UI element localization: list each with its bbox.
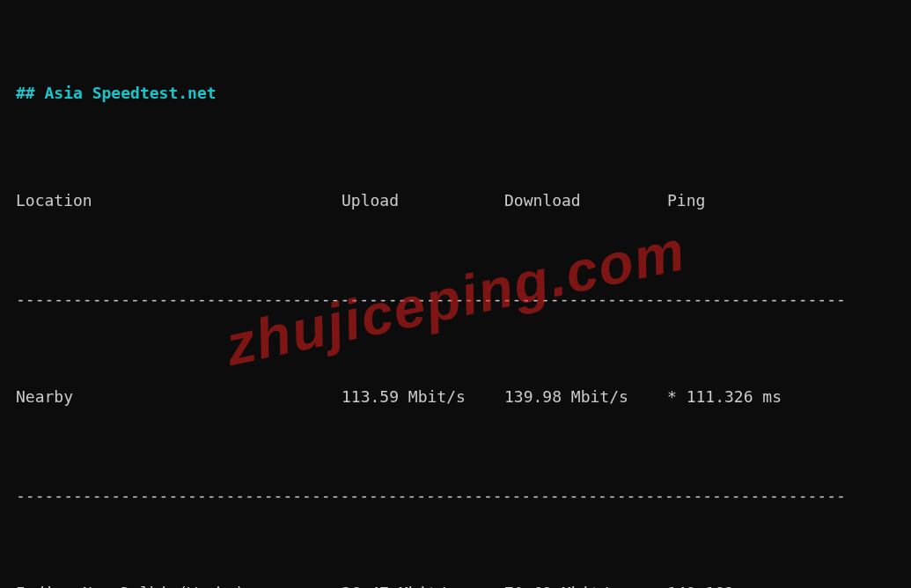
cell-download: 70.69 Mbit/s [504,581,667,588]
header-row: Location Upload Download Ping [16,188,895,213]
title-prefix: ## [16,84,45,102]
cell-ping: 149.182 ms [667,581,895,588]
header-ping: Ping [667,188,895,213]
terminal-output: ## Asia Speedtest.net Location Upload Do… [0,0,911,588]
results-table: India, New Delhi (Weebo)26.47 Mbit/s70.6… [16,581,895,588]
section-title: ## Asia Speedtest.net [16,81,895,106]
nearby-download: 139.98 Mbit/s [504,385,667,409]
title-text: Asia Speedtest.net [45,84,217,102]
table-row: India, New Delhi (Weebo)26.47 Mbit/s70.6… [16,581,895,588]
separator: ----------------------------------------… [16,287,895,312]
cell-upload: 26.47 Mbit/s [342,581,504,588]
nearby-ping: * 111.326 ms [667,385,895,409]
separator: ----------------------------------------… [16,483,895,508]
nearby-location: Nearby [16,385,342,409]
header-upload: Upload [342,188,504,213]
header-location: Location [16,188,342,213]
nearby-row: Nearby 113.59 Mbit/s 139.98 Mbit/s * 111… [16,385,895,409]
cell-location: India, New Delhi (Weebo) [16,581,342,588]
header-download: Download [504,188,667,213]
nearby-upload: 113.59 Mbit/s [342,385,504,409]
